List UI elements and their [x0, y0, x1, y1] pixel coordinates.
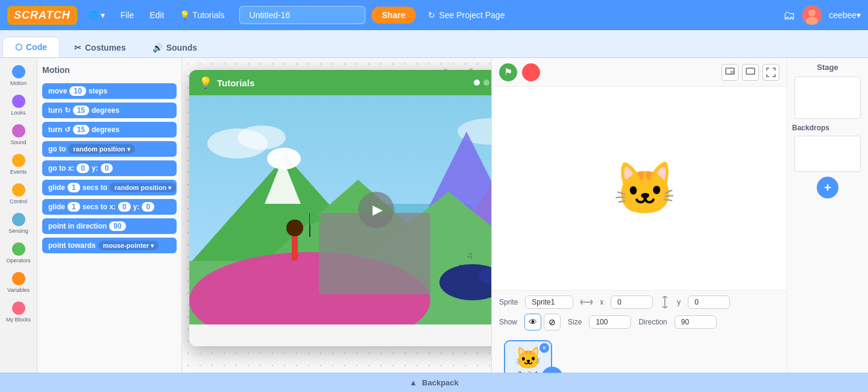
category-myblocks[interactable]: My Blocks	[2, 299, 34, 325]
stage-medium-layout[interactable]	[742, 64, 759, 81]
variables-label: Variables	[7, 287, 30, 293]
x-coord-label: x	[600, 298, 603, 306]
backdrops-label: Backdrops	[792, 124, 829, 132]
show-visible-button[interactable]: 👁	[524, 314, 541, 330]
svg-point-5	[237, 125, 286, 150]
sensing-dot	[12, 213, 25, 226]
costumes-tab-icon: ✂	[74, 43, 81, 52]
block-glide-pos[interactable]: glide 1 secs to random position	[42, 180, 177, 195]
backpack-bar[interactable]: ▲ Backpack	[0, 373, 868, 392]
block-glide-xy[interactable]: glide 1 secs to x: 0 y: 0	[42, 199, 177, 215]
tutorial-video-area: ♪ ♫ →	[189, 95, 491, 324]
file-menu[interactable]: File	[116, 8, 139, 22]
block-goto-xy[interactable]: go to x: 0 y: 0	[42, 160, 177, 176]
blocks-panel-title: Motion	[42, 63, 177, 77]
sound-dot	[12, 124, 25, 138]
y-coord-label: y	[677, 298, 681, 306]
y-coord-input[interactable]	[688, 296, 730, 309]
arrow-x-icon	[580, 297, 593, 307]
stage-panel-label: Stage	[817, 63, 838, 72]
sprite-info-row-1: Sprite x y	[499, 296, 779, 309]
username-label[interactable]: ceebee▾	[829, 10, 861, 20]
block-point-towards[interactable]: point towards mouse-pointer	[42, 238, 177, 253]
backpack-arrow: ▲	[409, 378, 417, 387]
show-label: Show	[499, 318, 517, 326]
tutorial-header-icon: 💡	[199, 76, 212, 89]
avatar-image	[802, 5, 822, 25]
svg-point-18	[286, 220, 303, 236]
see-project-label: See Project Page	[439, 10, 505, 20]
block-goto[interactable]: go to random position	[42, 141, 177, 157]
tutorial-header: 💡 Tutorials Close ✕	[189, 70, 491, 95]
sprite-thumb-cat-icon: 🐱	[515, 346, 542, 371]
backdrop-thumbnail[interactable]	[794, 136, 861, 172]
fullscreen-icon	[766, 68, 776, 77]
tab-costumes[interactable]: ✂ Costumes	[62, 38, 138, 57]
small-stage-icon	[725, 68, 735, 77]
stage-small-layout[interactable]	[722, 64, 738, 81]
svg-text:♪: ♪	[458, 261, 463, 273]
tab-code[interactable]: ⬡ Code	[2, 37, 60, 57]
see-project-page-link[interactable]: ↻ See Project Page	[422, 8, 511, 22]
project-title-input[interactable]	[239, 6, 365, 24]
tutorial-bottom-bar: ⊖ —	[189, 324, 491, 346]
green-flag-button[interactable]: ⚑	[499, 63, 517, 81]
category-looks[interactable]: Looks	[2, 92, 34, 118]
svg-rect-29	[746, 68, 755, 74]
category-sensing[interactable]: Sensing	[2, 210, 34, 236]
sprite-remove-button[interactable]: ✕	[539, 343, 549, 353]
stage-area: ⚑	[492, 58, 787, 290]
category-control[interactable]: Control	[2, 181, 34, 207]
myblocks-label: My Blocks	[6, 317, 31, 323]
block-move[interactable]: move 10 steps	[42, 83, 177, 99]
tutorial-popup: 💡 Tutorials Close ✕	[189, 70, 491, 346]
medium-stage-icon	[746, 68, 755, 77]
stop-button[interactable]	[522, 63, 540, 81]
block-categories-panel: Motion Looks Sound Events Control Sensin…	[0, 58, 37, 392]
block-turn-cw[interactable]: turn ↻ 15 degrees	[42, 103, 177, 118]
tutorial-dot-2	[483, 80, 489, 86]
top-navigation: SCRATCH 🌐 ▾ File Edit 💡 Tutorials Share …	[0, 0, 868, 30]
sounds-tab-icon: 🔊	[153, 43, 163, 52]
category-variables[interactable]: Variables	[2, 270, 34, 296]
svg-point-1	[808, 9, 816, 16]
size-input[interactable]	[589, 315, 631, 329]
code-tab-icon: ⬡	[15, 42, 22, 52]
tutorials-icon: 💡	[180, 10, 190, 20]
tutorials-link[interactable]: 💡 Tutorials	[175, 8, 229, 22]
tutorials-label: Tutorials	[192, 10, 224, 20]
direction-input[interactable]	[675, 315, 717, 329]
folder-icon[interactable]: 🗂	[783, 8, 795, 22]
tab-bar: ⬡ Code ✂ Costumes 🔊 Sounds	[0, 30, 868, 58]
control-dot	[12, 183, 25, 197]
sprite-info-row-2: Show 👁 ⊘ Size Direction	[499, 314, 779, 330]
sound-label: Sound	[10, 139, 26, 145]
sprite-name-input[interactable]	[525, 296, 573, 309]
category-motion[interactable]: Motion	[2, 63, 34, 89]
add-backdrop-button[interactable]: +	[817, 177, 838, 198]
events-dot	[12, 154, 25, 167]
backpack-label: Backpack	[422, 378, 459, 387]
category-events[interactable]: Events	[2, 151, 34, 177]
show-hidden-button[interactable]: ⊘	[544, 314, 561, 330]
edit-menu[interactable]: Edit	[145, 8, 169, 22]
stage-fullscreen[interactable]	[763, 64, 779, 81]
scratch-logo[interactable]: SCRATCH	[7, 6, 77, 25]
tutorial-play-button[interactable]	[358, 192, 394, 228]
tutorial-title: Tutorials	[217, 78, 474, 88]
category-operators[interactable]: Operators	[2, 240, 34, 266]
motion-dot	[12, 65, 25, 78]
block-turn-ccw[interactable]: turn ↺ 15 degrees	[42, 122, 177, 138]
stage-thumbnail[interactable]	[794, 77, 861, 119]
script-area[interactable]: 🐱 💡 Tutorials Close ✕	[182, 58, 491, 392]
tab-sounds[interactable]: 🔊 Sounds	[140, 38, 209, 57]
category-sound[interactable]: Sound	[2, 122, 34, 148]
share-button[interactable]: Share	[371, 7, 417, 24]
code-tab-label: Code	[26, 42, 47, 52]
x-coord-input[interactable]	[611, 296, 653, 309]
direction-label: Direction	[638, 318, 667, 326]
language-selector[interactable]: 🌐 ▾	[83, 8, 110, 22]
user-avatar[interactable]	[802, 5, 822, 25]
block-point-dir[interactable]: point in direction 90	[42, 218, 177, 234]
blocks-panel: Motion move 10 steps turn ↻ 15 degrees t…	[37, 58, 182, 392]
